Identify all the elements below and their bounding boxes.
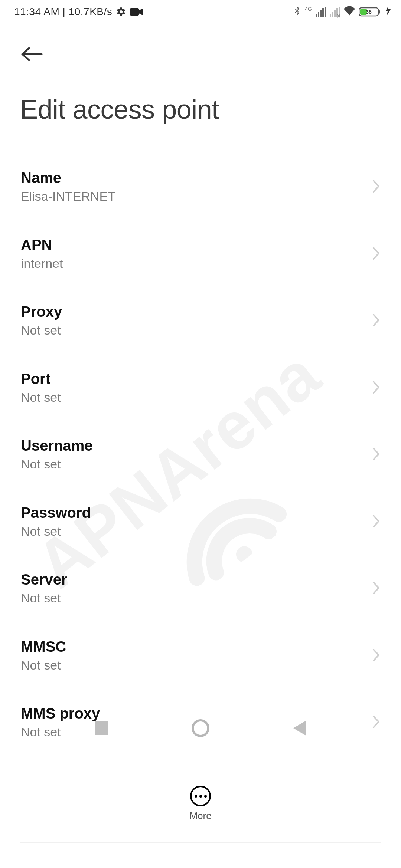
video-icon (130, 7, 143, 16)
item-value: Not set (21, 322, 372, 338)
svg-rect-3 (378, 10, 380, 14)
chevron-right-icon (372, 514, 380, 528)
status-right: 4G 38 (293, 6, 391, 18)
bluetooth-icon (293, 6, 301, 17)
item-value: internet (21, 256, 372, 272)
apn-item-apn[interactable]: APN internet (0, 220, 401, 287)
page-title: Edit access point (20, 94, 381, 125)
item-label: Username (21, 436, 372, 455)
status-bar: 11:34 AM | 10.7KB/s 4G (0, 0, 401, 24)
item-value: Not set (21, 523, 372, 539)
item-label: APN (21, 236, 372, 254)
item-value: Not set (21, 590, 372, 606)
apn-item-proxy[interactable]: Proxy Not set (0, 287, 401, 354)
item-value: Not set (21, 657, 372, 673)
arrow-left-icon (21, 47, 43, 62)
signal-strong-icon (316, 7, 326, 17)
apn-item-username[interactable]: Username Not set (0, 421, 401, 488)
chevron-right-icon (372, 447, 380, 461)
apn-item-password[interactable]: Password Not set (0, 488, 401, 555)
item-label: Server (21, 570, 372, 589)
back-button[interactable] (20, 42, 44, 66)
more-label: More (189, 810, 211, 822)
status-time: 11:34 AM | 10.7KB/s (14, 6, 112, 18)
svg-rect-1 (130, 8, 139, 16)
network-4g-badge: 4G (305, 6, 312, 12)
apn-item-port[interactable]: Port Not set (0, 354, 401, 421)
more-button[interactable]: More (189, 786, 211, 822)
item-label: Port (21, 369, 372, 388)
chevron-right-icon (372, 313, 380, 327)
bottom-separator (20, 842, 381, 843)
nav-recents-button[interactable] (87, 717, 116, 739)
battery-icon: 38 (359, 6, 382, 17)
gear-icon (116, 7, 126, 17)
chevron-right-icon (372, 380, 380, 394)
apn-settings-list: Name Elisa-INTERNET APN internet Proxy N… (0, 153, 401, 740)
status-time-text: 11:34 AM (14, 6, 59, 17)
item-label: Password (21, 503, 372, 522)
status-left: 11:34 AM | 10.7KB/s (14, 6, 143, 18)
item-label: MMSC (21, 637, 372, 656)
item-value: Elisa-INTERNET (21, 188, 372, 204)
item-value: Not set (21, 389, 372, 405)
circle-icon (192, 719, 209, 737)
bottom-actions: More (0, 786, 401, 822)
header: Edit access point (0, 24, 401, 125)
navigation-bar (0, 716, 401, 740)
wifi-icon (344, 6, 355, 18)
chevron-right-icon (372, 246, 380, 260)
apn-item-server[interactable]: Server Not set (0, 555, 401, 622)
item-label: Proxy (21, 302, 372, 321)
status-speed: 10.7KB/s (69, 6, 113, 17)
apn-item-mmsc[interactable]: MMSC Not set (0, 622, 401, 689)
chevron-right-icon (372, 179, 380, 193)
item-label: Name (21, 168, 372, 187)
more-icon (190, 786, 211, 806)
svg-text:38: 38 (366, 9, 372, 15)
nav-home-button[interactable] (186, 717, 215, 739)
chevron-right-icon (372, 648, 380, 662)
apn-item-name[interactable]: Name Elisa-INTERNET (0, 153, 401, 220)
square-icon (95, 721, 108, 735)
item-value: Not set (21, 456, 372, 472)
triangle-left-icon (293, 721, 306, 736)
status-sep: | (59, 6, 68, 17)
chevron-right-icon (372, 581, 380, 595)
signal-weak-icon (330, 7, 340, 17)
charging-icon (385, 6, 391, 18)
nav-back-button[interactable] (285, 717, 314, 739)
